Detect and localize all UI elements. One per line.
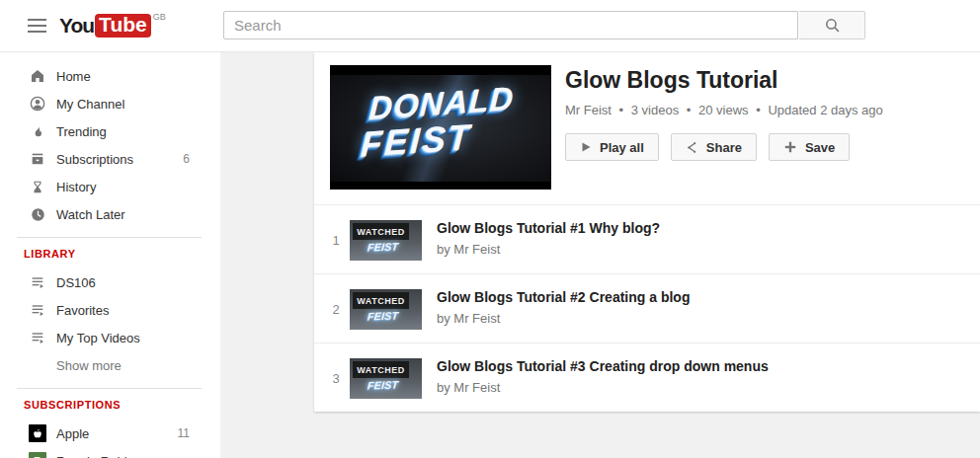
share-button[interactable]: Share	[671, 133, 757, 161]
video-row: 3 WATCHED FEIST Glow Blogs Tutorial #3 C…	[314, 343, 980, 412]
video-title-link[interactable]: Glow Blogs Tutorial #2 Creating a blog	[437, 288, 960, 306]
video-title-link[interactable]: Glow Blogs Tutorial #3 Creating drop dow…	[437, 357, 960, 375]
playlist-icon	[29, 301, 46, 319]
sidebar-item-watch-later[interactable]: Watch Later	[0, 200, 220, 228]
video-index: 2	[328, 302, 344, 317]
sidebar-item-trending[interactable]: Trending	[0, 117, 220, 145]
logo-text-tube: Tube	[95, 14, 151, 38]
playlist-view-count: 20 views	[698, 103, 749, 117]
play-all-button[interactable]: Play all	[565, 133, 659, 161]
playlist-owner-link[interactable]: Mr Feist	[565, 103, 612, 117]
search-button[interactable]	[799, 11, 865, 39]
sidebar-item-label: Apple	[56, 426, 178, 441]
playlist-meta: Mr Feist • 3 videos • 20 views • Updated…	[565, 103, 960, 117]
watched-badge: WATCHED	[353, 223, 409, 240]
watched-badge: WATCHED	[353, 292, 409, 309]
video-byline-link[interactable]: by Mr Feist	[437, 242, 960, 257]
sidebar-item-subscriptions[interactable]: Subscriptions 6	[0, 145, 220, 173]
library-section-title: LIBRARY	[24, 248, 220, 260]
video-title-link[interactable]: Glow Blogs Tutorial #1 Why blog?	[437, 219, 960, 237]
sidebar-item-label: DS106	[56, 275, 220, 290]
sidebar-item-my-channel[interactable]: My Channel	[0, 90, 220, 117]
apple-channel-avatar	[29, 424, 46, 442]
sidebar-item-label: My Channel	[56, 97, 220, 112]
ronnie-channel-avatar: R	[29, 452, 46, 458]
sidebar-divider	[17, 388, 202, 389]
sidebar-item-label: Favorites	[56, 303, 220, 318]
history-hourglass-icon	[29, 178, 46, 195]
video-thumbnail[interactable]: WATCHED FEIST	[350, 358, 422, 399]
share-icon	[686, 141, 698, 154]
sidebar-show-more[interactable]: Show more	[0, 351, 220, 379]
video-row: 2 WATCHED FEIST Glow Blogs Tutorial #2 C…	[314, 273, 980, 343]
sidebar-item-label: Home	[56, 69, 220, 84]
playlist-updated-text: Updated 2 days ago	[768, 103, 882, 117]
playlist-icon	[29, 273, 46, 291]
logo-text-you: You	[59, 14, 94, 38]
playlist-header: DONALD FEIST Glow Blogs Tutorial Mr Feis…	[314, 52, 980, 204]
search-icon	[824, 17, 841, 34]
subscriptions-count-badge: 6	[183, 152, 190, 166]
search-input[interactable]	[223, 11, 798, 39]
sidebar-item-channel-ronnie-robinson[interactable]: R Ronnie Robinson	[0, 447, 220, 458]
sidebar: Home My Channel Trending Subscriptions 6	[0, 52, 220, 458]
sidebar-item-label: My Top Videos	[56, 331, 220, 345]
sidebar-item-label: History	[56, 180, 220, 194]
plus-icon	[783, 140, 797, 154]
save-button[interactable]: Save	[769, 133, 850, 161]
playlist-title: Glow Blogs Tutorial	[565, 66, 960, 94]
sidebar-item-history[interactable]: History	[0, 173, 220, 200]
playlist-thumbnail[interactable]: DONALD FEIST	[330, 65, 551, 190]
playlist-icon	[29, 329, 46, 346]
subscriptions-icon	[29, 150, 46, 168]
video-thumbnail[interactable]: WATCHED FEIST	[350, 289, 422, 330]
playlist-card: DONALD FEIST Glow Blogs Tutorial Mr Feis…	[314, 52, 980, 412]
home-icon	[29, 67, 46, 85]
video-index: 1	[328, 233, 344, 248]
video-row: 1 WATCHED FEIST Glow Blogs Tutorial #1 W…	[314, 204, 980, 273]
hamburger-menu-icon[interactable]	[28, 19, 46, 33]
sidebar-item-label: Subscriptions	[56, 152, 183, 167]
sidebar-divider	[17, 237, 202, 238]
sidebar-item-label: Trending	[56, 124, 220, 139]
subscriptions-section-title: SUBSCRIPTIONS	[24, 399, 220, 411]
sidebar-item-ds106[interactable]: DS106	[0, 268, 220, 296]
sidebar-item-home[interactable]: Home	[0, 62, 220, 90]
sidebar-item-my-top-videos[interactable]: My Top Videos	[0, 324, 220, 351]
sidebar-item-channel-apple[interactable]: Apple 11	[0, 420, 220, 447]
sidebar-item-label: Watch Later	[56, 207, 220, 222]
channel-count-badge: 11	[178, 426, 190, 440]
play-icon	[580, 141, 592, 153]
video-byline-link[interactable]: by Mr Feist	[437, 380, 960, 395]
sidebar-item-label: Ronnie Robinson	[56, 454, 220, 458]
video-thumbnail[interactable]: WATCHED FEIST	[350, 220, 422, 261]
user-icon	[29, 95, 46, 113]
main-content-area: DONALD FEIST Glow Blogs Tutorial Mr Feis…	[220, 52, 980, 458]
logo-region-label: GB	[153, 12, 166, 22]
video-index: 3	[328, 371, 344, 386]
flame-icon	[29, 122, 46, 140]
playlist-video-count: 3 videos	[631, 103, 679, 117]
top-bar: You Tube GB	[0, 0, 980, 52]
video-byline-link[interactable]: by Mr Feist	[437, 311, 960, 326]
sidebar-item-favorites[interactable]: Favorites	[0, 296, 220, 324]
youtube-logo[interactable]: You Tube GB	[59, 14, 166, 38]
clock-icon	[29, 205, 46, 223]
show-more-label: Show more	[56, 358, 220, 373]
watched-badge: WATCHED	[353, 361, 409, 378]
